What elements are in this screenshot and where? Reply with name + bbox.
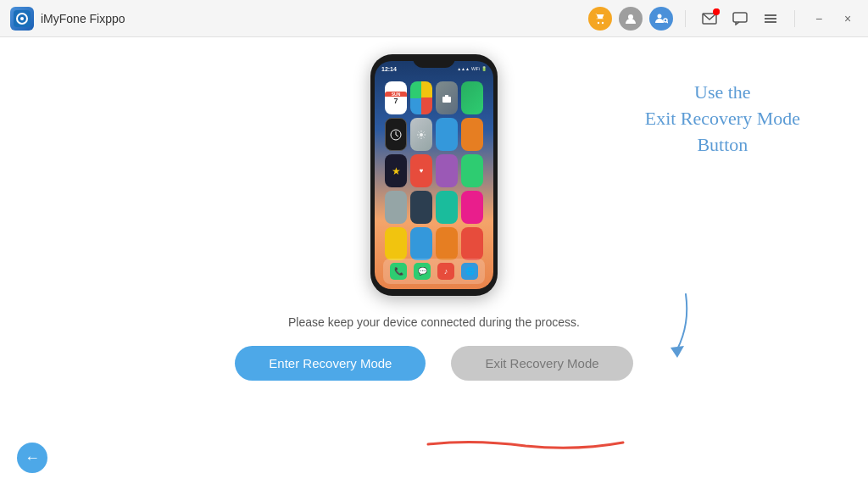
app-icon-blue2 (410, 227, 432, 260)
phone-time: 12:14 (381, 66, 397, 72)
app-icon-orange2 (436, 227, 458, 260)
annotation-line2: Exit Recovery Mode (645, 106, 800, 132)
dock-safari: 🌐 (461, 263, 478, 280)
users-search-icon[interactable] (649, 7, 673, 31)
app-icon-orange1 (461, 118, 483, 151)
svg-line-8 (667, 21, 669, 23)
dock-phone: 📞 (390, 263, 407, 280)
app-icon-star: ★ (385, 154, 407, 187)
separator (685, 10, 686, 27)
app-icon-clock (385, 118, 407, 151)
app-title: iMyFone Fixppo (41, 12, 125, 25)
chat-icon[interactable] (728, 7, 752, 31)
app-icon-gray1 (385, 191, 407, 224)
exit-recovery-button[interactable]: Exit Recovery Mode (451, 346, 632, 381)
mail-icon[interactable] (698, 7, 721, 31)
dock-messages: 💬 (414, 263, 431, 280)
svg-point-6 (658, 14, 662, 18)
red-underline-annotation (424, 437, 627, 449)
app-icon-camera (436, 81, 458, 114)
phone-screen: 12:14 ▲▲▲ WiFi 🔋 SUN 7 (375, 61, 493, 289)
app-icon-red2 (461, 227, 483, 260)
annotation-line1: Use the (645, 80, 800, 106)
app-grid: SUN 7 (381, 78, 487, 264)
app-icon-yellow1 (385, 227, 407, 260)
titlebar-icons: − × (588, 7, 858, 31)
enter-recovery-button[interactable]: Enter Recovery Mode (235, 346, 426, 381)
main-content: 12:14 ▲▲▲ WiFi 🔋 SUN 7 (0, 37, 868, 490)
svg-point-3 (598, 21, 599, 23)
app-icon-maps (461, 81, 483, 114)
phone-illustration: 12:14 ▲▲▲ WiFi 🔋 SUN 7 (366, 54, 502, 300)
app-icon-dark (410, 191, 432, 224)
app-icon-photos (410, 81, 432, 114)
arrow-annotation (652, 290, 703, 358)
svg-rect-16 (445, 95, 448, 97)
app-icon-green1 (461, 154, 483, 187)
svg-line-19 (396, 135, 398, 136)
user-icon[interactable] (619, 7, 643, 31)
back-button[interactable]: ← (17, 443, 47, 473)
dock-music: ♪ (437, 263, 454, 280)
svg-point-4 (602, 21, 604, 23)
svg-marker-21 (670, 346, 684, 358)
app-icon-blue1 (436, 118, 458, 151)
app-icon-red1: ♥ (410, 154, 432, 187)
separator2 (794, 10, 795, 27)
app-logo (10, 7, 34, 31)
annotation-line3: Button (645, 132, 800, 159)
annotation-text: Use the Exit Recovery Mode Button (645, 80, 800, 158)
svg-point-2 (20, 17, 24, 20)
svg-point-20 (420, 133, 423, 136)
close-button[interactable]: × (837, 8, 858, 29)
app-icon-calendar: SUN 7 (385, 81, 407, 114)
shop-icon[interactable] (588, 7, 612, 31)
phone-notch (413, 54, 455, 68)
minimize-button[interactable]: − (809, 8, 829, 29)
app-icon-settings (410, 118, 432, 151)
phone-signal: ▲▲▲ WiFi 🔋 (457, 66, 487, 71)
menu-icon[interactable] (759, 7, 782, 31)
phone-dock: 📞 💬 ♪ 🌐 (383, 259, 485, 284)
svg-rect-10 (733, 13, 747, 22)
buttons-row: Enter Recovery Mode Exit Recovery Mode (235, 346, 632, 381)
instruction-text: Please keep your device connected during… (288, 315, 580, 329)
svg-point-7 (664, 19, 667, 22)
app-icon-teal1 (436, 191, 458, 224)
titlebar: iMyFone Fixppo (0, 0, 868, 37)
back-arrow-icon: ← (25, 449, 40, 467)
phone-body: 12:14 ▲▲▲ WiFi 🔋 SUN 7 (370, 54, 498, 296)
app-icon-purple1 (436, 154, 458, 187)
app-icon-pink1 (461, 191, 483, 224)
